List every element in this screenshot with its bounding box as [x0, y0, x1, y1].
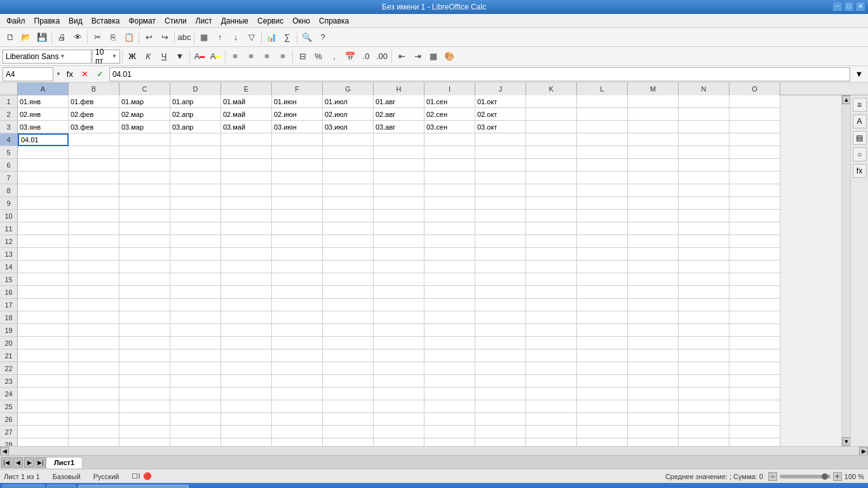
col-header-l[interactable]: L	[577, 83, 628, 95]
sheet-first-btn[interactable]: |◀	[1, 458, 11, 468]
cell-k19[interactable]	[526, 324, 577, 337]
cell-reference-box[interactable]: A4	[3, 67, 53, 81]
cell-k26[interactable]	[526, 413, 577, 426]
cell-n23[interactable]	[679, 375, 729, 388]
cell-d1[interactable]: 01.апр	[170, 95, 221, 108]
cell-e14[interactable]	[221, 261, 272, 273]
cell-i27[interactable]	[424, 426, 475, 438]
row-header-4[interactable]: 4	[0, 133, 18, 146]
cell-f1[interactable]: 01.июн	[272, 95, 323, 108]
cell-i18[interactable]	[424, 311, 475, 324]
align-center-btn[interactable]: ≡	[243, 49, 259, 64]
sidebar-navigator-btn[interactable]: ○	[853, 147, 867, 161]
cell-f11[interactable]	[272, 222, 323, 235]
filter-button[interactable]: ▽	[244, 30, 259, 45]
cell-g2[interactable]: 02.июл	[323, 108, 374, 121]
cell-i9[interactable]	[424, 197, 475, 210]
align-justify-btn[interactable]: ≡	[275, 49, 290, 64]
menu-item-справка[interactable]: Справка	[315, 15, 353, 27]
cell-d25[interactable]	[170, 400, 221, 413]
cell-o22[interactable]	[729, 362, 780, 375]
cell-h17[interactable]	[374, 299, 424, 311]
col-header-m[interactable]: M	[628, 83, 679, 95]
cell-o1[interactable]	[729, 95, 780, 108]
cell-n17[interactable]	[679, 299, 729, 311]
cell-l9[interactable]	[577, 197, 628, 210]
save-button[interactable]: 💾	[34, 30, 50, 45]
cell-i25[interactable]	[424, 400, 475, 413]
cell-d21[interactable]	[170, 349, 221, 362]
col-header-g[interactable]: G	[323, 83, 374, 95]
cell-l25[interactable]	[577, 400, 628, 413]
cell-e10[interactable]	[221, 210, 272, 222]
cell-l28[interactable]	[577, 438, 628, 446]
cell-e1[interactable]: 01.май	[221, 95, 272, 108]
cell-f7[interactable]	[272, 172, 323, 184]
cell-d18[interactable]	[170, 311, 221, 324]
cell-h4[interactable]	[374, 133, 424, 146]
cell-j2[interactable]: 02.окт	[475, 108, 526, 121]
cell-j18[interactable]	[475, 311, 526, 324]
cell-h1[interactable]: 01.авг	[374, 95, 424, 108]
cell-h10[interactable]	[374, 210, 424, 222]
cell-c26[interactable]	[119, 413, 170, 426]
cell-m27[interactable]	[628, 426, 679, 438]
col-header-o[interactable]: O	[729, 83, 780, 95]
dec-inc-btn[interactable]: .0	[358, 49, 374, 64]
cell-a10[interactable]	[18, 210, 69, 222]
cell-o3[interactable]	[729, 121, 780, 133]
cell-l2[interactable]	[577, 108, 628, 121]
date-btn[interactable]: 📅	[342, 49, 358, 64]
cell-j22[interactable]	[475, 362, 526, 375]
row-header-3[interactable]: 3	[0, 121, 18, 133]
cell-f22[interactable]	[272, 362, 323, 375]
cell-i12[interactable]	[424, 235, 475, 248]
cell-i26[interactable]	[424, 413, 475, 426]
highlight-btn[interactable]: A▬	[208, 49, 223, 64]
cell-j13[interactable]	[475, 248, 526, 261]
row-header-11[interactable]: 11	[0, 222, 18, 235]
cell-g18[interactable]	[323, 311, 374, 324]
col-header-i[interactable]: I	[424, 83, 475, 95]
cell-k16[interactable]	[526, 286, 577, 299]
cell-d28[interactable]	[170, 438, 221, 446]
cell-e4[interactable]	[221, 133, 272, 146]
cell-n18[interactable]	[679, 311, 729, 324]
menu-item-стили[interactable]: Стили	[161, 15, 191, 27]
row-header-19[interactable]: 19	[0, 324, 18, 337]
cell-m4[interactable]	[628, 133, 679, 146]
cell-c17[interactable]	[119, 299, 170, 311]
taskbar-file-btn[interactable]: 📊 Без имени 1 - LibreOffice ...	[78, 485, 188, 488]
cell-g26[interactable]	[323, 413, 374, 426]
cell-b3[interactable]: 03.фев	[69, 121, 119, 133]
cell-e5[interactable]	[221, 146, 272, 159]
cell-j21[interactable]	[475, 349, 526, 362]
cell-a25[interactable]	[18, 400, 69, 413]
cell-d6[interactable]	[170, 159, 221, 172]
cell-l3[interactable]	[577, 121, 628, 133]
cell-k17[interactable]	[526, 299, 577, 311]
cell-l18[interactable]	[577, 311, 628, 324]
cell-o11[interactable]	[729, 222, 780, 235]
cell-g23[interactable]	[323, 375, 374, 388]
col-header-d[interactable]: D	[170, 83, 221, 95]
cell-c24[interactable]	[119, 388, 170, 400]
cell-n13[interactable]	[679, 248, 729, 261]
cell-c10[interactable]	[119, 210, 170, 222]
col-header-e[interactable]: E	[221, 83, 272, 95]
cell-l6[interactable]	[577, 159, 628, 172]
cell-g14[interactable]	[323, 261, 374, 273]
cell-g16[interactable]	[323, 286, 374, 299]
cell-l1[interactable]	[577, 95, 628, 108]
cell-a11[interactable]	[18, 222, 69, 235]
cell-l27[interactable]	[577, 426, 628, 438]
cell-k28[interactable]	[526, 438, 577, 446]
row-header-22[interactable]: 22	[0, 362, 18, 375]
cell-c14[interactable]	[119, 261, 170, 273]
cell-g13[interactable]	[323, 248, 374, 261]
cell-b24[interactable]	[69, 388, 119, 400]
cell-a23[interactable]	[18, 375, 69, 388]
cell-e6[interactable]	[221, 159, 272, 172]
sidebar-styles-btn[interactable]: ≡	[853, 98, 867, 112]
cell-n24[interactable]	[679, 388, 729, 400]
